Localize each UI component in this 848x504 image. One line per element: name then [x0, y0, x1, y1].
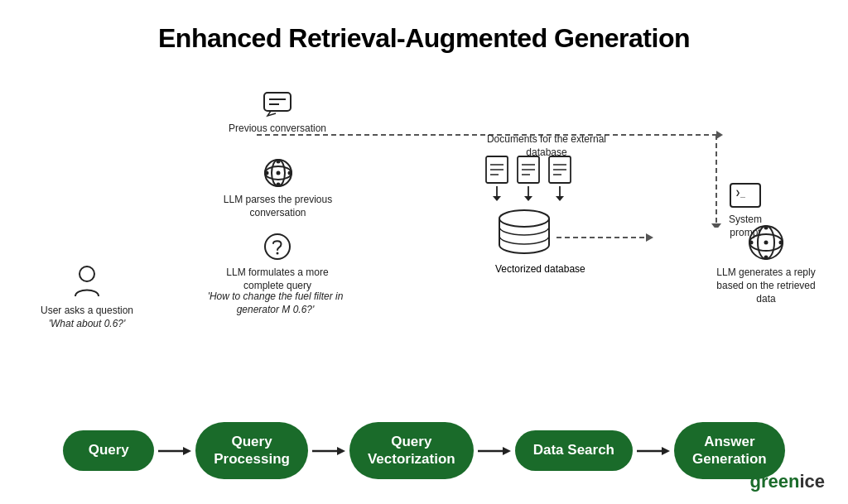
svg-point-48	[764, 256, 768, 260]
doc-arrow-3	[548, 186, 571, 201]
arrow-3	[474, 444, 515, 458]
svg-marker-58	[662, 447, 670, 455]
network-icon-reply	[704, 223, 828, 262]
svg-marker-31	[493, 196, 501, 201]
doc-arrow-1	[485, 186, 508, 201]
svg-marker-56	[503, 447, 511, 455]
document-icons	[485, 156, 571, 201]
svg-rect-4	[264, 93, 291, 111]
svg-point-16	[277, 252, 279, 255]
svg-marker-35	[556, 196, 564, 201]
database-icon	[495, 209, 553, 258]
svg-marker-39	[646, 233, 653, 242]
terminal-icon: ❯_	[700, 182, 791, 209]
svg-point-47	[764, 226, 768, 230]
documents-for-db-label: Documents for the external database	[487, 133, 606, 158]
query-text-annotation: 'How to change the fuel filter in genera…	[199, 290, 352, 316]
doc-arrow-2	[517, 186, 540, 201]
greenice-logo: greenice	[749, 471, 825, 492]
llm-formulates-label: LLM formulates a morecomplete query	[226, 266, 328, 291]
document-icon-2	[517, 156, 540, 184]
svg-point-49	[749, 241, 754, 245]
arrow-2	[308, 444, 349, 458]
previous-conversation-annotation: Previous conversation	[224, 91, 331, 135]
query-text-label: 'How to change the fuel filter in genera…	[208, 290, 344, 315]
page: Enhanced Retrieval-Augmented Generation	[0, 0, 848, 504]
llm-formulates-annotation: LLM formulates a morecomplete query	[211, 232, 344, 292]
svg-point-10	[276, 171, 280, 175]
pipeline-step-query-vectorization: QueryVectorization	[349, 422, 474, 479]
previous-conversation-label: Previous conversation	[229, 122, 326, 134]
svg-point-15	[265, 234, 290, 259]
llm-parses-label: LLM parses the previousconversation	[224, 194, 332, 218]
arrow-4	[633, 444, 674, 458]
svg-rect-37	[499, 218, 549, 245]
svg-point-13	[264, 171, 268, 175]
llm-reply-label: LLM generates a replybased on the retrie…	[716, 266, 815, 305]
arrow-1	[154, 444, 195, 458]
vectorized-db-label: Vectorized database	[495, 263, 585, 275]
svg-text:❯_: ❯_	[735, 188, 746, 198]
dotted-db-to-llm	[556, 231, 656, 247]
logo-green: green	[749, 471, 799, 492]
annotations-layer: Previous conversation LLM parses the pre…	[0, 0, 848, 413]
pipeline-step-query: Query	[63, 430, 154, 470]
svg-marker-33	[524, 196, 532, 201]
pipeline-step-query-processing: QueryProcessing	[195, 422, 308, 479]
user-asks-label: User asks a question'What about 0.6?'	[41, 305, 133, 329]
document-icon-1	[485, 156, 508, 184]
chat-icon	[224, 91, 331, 118]
svg-point-17	[80, 266, 94, 281]
person-icon	[37, 265, 137, 300]
svg-point-50	[779, 241, 783, 245]
svg-point-11	[276, 160, 280, 164]
network-icon-parses	[214, 157, 342, 189]
svg-point-46	[764, 241, 768, 245]
pipeline: Query QueryProcessing QueryVectorization…	[17, 422, 831, 479]
llm-reply-annotation: LLM generates a replybased on the retrie…	[704, 223, 828, 306]
pipeline-step-data-search: Data Search	[515, 430, 633, 470]
svg-point-14	[287, 171, 292, 175]
logo-nice: ice	[799, 471, 825, 492]
svg-marker-54	[337, 447, 345, 455]
svg-marker-52	[183, 447, 191, 455]
svg-point-36	[499, 210, 549, 227]
question-icon	[211, 232, 344, 262]
document-icon-3	[548, 156, 571, 184]
user-asks-annotation: User asks a question'What about 0.6?'	[37, 265, 137, 330]
llm-parses-annotation: LLM parses the previousconversation	[214, 157, 342, 219]
svg-point-12	[276, 183, 280, 187]
